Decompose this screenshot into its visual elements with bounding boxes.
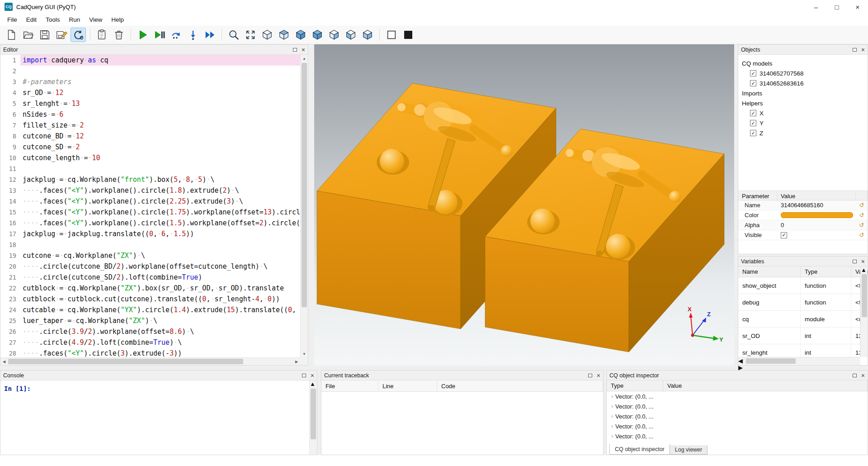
inspector-row[interactable]: ›Vector: (0.0, ... (607, 421, 868, 431)
close-dock-icon[interactable]: × (311, 372, 314, 379)
wireframe-mode-button[interactable] (384, 28, 399, 42)
view-iso-button[interactable] (259, 28, 275, 42)
checkbox[interactable] (750, 80, 756, 86)
checkbox[interactable] (750, 120, 756, 126)
tree-item-x[interactable]: X (738, 108, 868, 118)
expand-chevron-icon[interactable]: › (609, 423, 615, 429)
scroll-right-arrow-icon[interactable]: ▶ (293, 358, 300, 365)
color-swatch[interactable] (781, 212, 853, 218)
scroll-up-arrow-icon[interactable]: ▲ (301, 55, 308, 62)
maximize-button[interactable]: □ (826, 0, 847, 14)
menu-help[interactable]: Help (107, 14, 128, 25)
code-line-9[interactable]: 9cutcone_SD·=·2 (0, 142, 300, 152)
editor-vertical-scrollbar[interactable]: ▲ ▼ (300, 55, 308, 357)
variable-row[interactable]: cqmodule<m (738, 311, 860, 328)
code-line-19[interactable]: 19cutcone·=·cq.Workplane("ZX")·\ (0, 250, 300, 261)
code-line-27[interactable]: 27····.circle(4.9/2).loft(combine=True)·… (0, 337, 300, 348)
code-line-16[interactable]: 16····.faces("<Y").workplane().circle(1.… (0, 218, 300, 228)
close-button[interactable]: × (847, 0, 868, 14)
delete-object-button[interactable] (111, 28, 127, 42)
traceback-col-header[interactable]: File (321, 380, 378, 391)
scroll-down-arrow-icon[interactable]: ▼ (301, 350, 308, 357)
scrollbar-thumb[interactable] (746, 358, 796, 364)
code-line-8[interactable]: 8cutcone_BD·=·12 (0, 131, 300, 142)
param-col-header[interactable]: Value (777, 191, 856, 201)
console-vertical-scrollbar[interactable]: ▲ ▼ (309, 380, 317, 455)
code-line-10[interactable]: 10cutcone_length·=·10 (0, 152, 300, 163)
code-line-18[interactable]: 18 (0, 239, 300, 250)
variables-vertical-scrollbar[interactable]: ▲ ▼ (860, 266, 868, 357)
float-dock-icon[interactable] (302, 374, 306, 377)
minimize-button[interactable]: – (806, 0, 826, 14)
checkbox[interactable] (750, 110, 756, 116)
copy-to-clipboard-button[interactable] (94, 28, 110, 42)
vars-col-header[interactable]: Name (738, 266, 801, 277)
code-editor[interactable]: 1import·cadquery·as·cq23#·parameters4sr_… (0, 55, 300, 357)
variable-row[interactable]: sr_ODint12 (738, 328, 860, 344)
code-line-21[interactable]: 21····.circle(cutcone_SD/2).loft(combine… (0, 272, 300, 283)
reset-param-icon[interactable]: ↺ (856, 222, 868, 228)
inspector-row[interactable]: ›Vector: (0.0, ... (607, 431, 868, 441)
reset-param-icon[interactable]: ↺ (856, 212, 868, 219)
code-line-2[interactable]: 2 (0, 66, 300, 76)
insp-col-header[interactable]: Type (607, 380, 663, 391)
save-as-script-button[interactable] (54, 28, 69, 42)
code-line-25[interactable]: 25luer_taper·=·cq.Workplane("ZX")·\ (0, 315, 300, 326)
code-line-5[interactable]: 5sr_lenght·=·13 (0, 98, 300, 109)
view-top-button[interactable] (276, 28, 292, 42)
3d-viewport[interactable]: X Z Y (314, 44, 734, 366)
code-line-24[interactable]: 24cutcable·=·cq.Workplane("YX").circle(1… (0, 304, 300, 315)
scroll-up-arrow-icon[interactable]: ▲ (861, 266, 868, 273)
shaded-mode-button[interactable] (401, 28, 416, 42)
float-dock-icon[interactable] (853, 260, 857, 263)
expand-chevron-icon[interactable]: › (609, 433, 615, 439)
scrollbar-thumb[interactable] (8, 359, 243, 364)
code-line-20[interactable]: 20····.circle(cutcone_BD/2).workplane(of… (0, 261, 300, 272)
expand-chevron-icon[interactable]: › (609, 413, 615, 419)
autoreload-toggle-button[interactable] (71, 28, 86, 42)
tree-item-z[interactable]: Z (738, 128, 868, 138)
scrollbar-thumb[interactable] (302, 63, 307, 307)
menu-view[interactable]: View (85, 14, 107, 25)
close-dock-icon[interactable]: × (861, 47, 865, 53)
reset-param-icon[interactable]: ↺ (856, 202, 868, 209)
step-over-button[interactable] (169, 28, 184, 42)
inspector-row[interactable]: ›Vector: (0.0, ... (607, 411, 868, 421)
console-dock-header[interactable]: Console × (0, 371, 317, 380)
code-line-28[interactable]: 28····.faces("<Y").circle(3).extrude(-3)… (0, 348, 300, 357)
scrollbar-thumb[interactable] (311, 389, 316, 439)
vars-col-header[interactable]: Type (801, 266, 851, 277)
view-left-button[interactable] (343, 28, 359, 42)
insp-col-header[interactable]: Value (663, 380, 868, 391)
checkbox[interactable] (750, 130, 756, 136)
code-line-4[interactable]: 4sr_OD·=·12 (0, 87, 300, 98)
tab-log-viewer[interactable]: Log viewer (670, 445, 708, 455)
scroll-left-arrow-icon[interactable]: ◀ (0, 358, 8, 365)
inspector-dock-header[interactable]: CQ object inspector × (607, 371, 868, 380)
code-line-22[interactable]: 22cutblock·=·cq.Workplane("ZX").box(sr_O… (0, 283, 300, 294)
float-dock-icon[interactable] (293, 48, 297, 52)
visible-checkbox[interactable] (781, 232, 787, 238)
view-back-button[interactable] (326, 28, 342, 42)
traceback-col-header[interactable]: Line (378, 380, 437, 391)
variable-row[interactable]: show_objectfunction<f (738, 277, 860, 294)
step-into-button[interactable] (185, 28, 201, 42)
variable-row[interactable]: sr_lenghtint13 (738, 344, 860, 357)
traceback-dock-header[interactable]: Current traceback × (321, 371, 603, 380)
menu-file[interactable]: File (3, 14, 22, 25)
console-input-area[interactable]: In [1]: (0, 380, 309, 455)
close-dock-icon[interactable]: × (861, 258, 865, 265)
tree-item-cq-models[interactable]: CQ models (738, 58, 868, 68)
view-bottom-button[interactable] (293, 28, 308, 42)
code-line-12[interactable]: 12jackplug·=·cq.Workplane("front").box(5… (0, 174, 300, 185)
code-line-7[interactable]: 7fillet_size·=·2 (0, 120, 300, 131)
variables-dock-header[interactable]: Variables × (738, 257, 868, 266)
expand-chevron-icon[interactable]: › (609, 393, 615, 399)
inspector-row[interactable]: ›Vector: (0.0, ... (607, 391, 868, 401)
zoom-tool-button[interactable] (226, 28, 241, 42)
menu-run[interactable]: Run (65, 14, 85, 25)
code-line-13[interactable]: 13····.faces("<Y").workplane().circle(1.… (0, 185, 300, 196)
variables-horizontal-scrollbar[interactable]: ◀ ▶ (738, 357, 860, 365)
tree-item-y[interactable]: Y (738, 118, 868, 128)
tree-item-3140652707568[interactable]: 3140652707568 (738, 68, 868, 78)
